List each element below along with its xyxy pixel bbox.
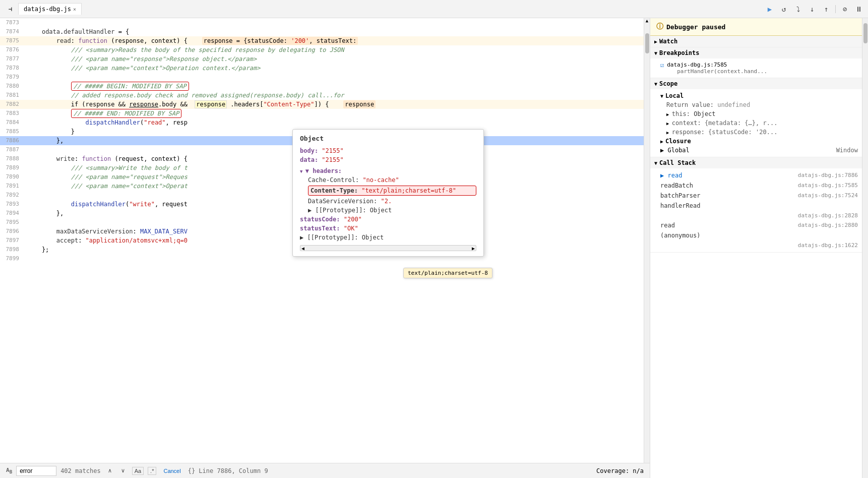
global-arrow: ▶	[660, 147, 664, 154]
watch-section-header[interactable]: ▶ Watch	[650, 36, 862, 47]
match-case-button[interactable]: Aa	[132, 467, 144, 475]
search-up-button[interactable]: ∧	[105, 467, 115, 474]
scrollbar-up-arrow[interactable]: ▲	[644, 18, 650, 23]
callstack-section-header[interactable]: ▼ Call Stack	[650, 157, 862, 168]
step-over-button[interactable]: ⤵	[793, 4, 803, 14]
pause-button[interactable]: ⏸	[854, 4, 864, 14]
status-left: {} Line 7886, Column 9	[188, 467, 268, 474]
popup-title: Object	[300, 135, 476, 142]
step-out-button[interactable]: ↑	[821, 4, 831, 14]
code-editor[interactable]: 7873 7874 odata.defaultHandler = { 7875 …	[0, 18, 650, 463]
search-type-icon: AB	[6, 467, 12, 474]
popup-statuscode-row: statusCode: "200"	[300, 215, 476, 224]
cs-name-handlerread: handlerRead	[660, 202, 700, 209]
closure-section-header[interactable]: ▶ Closure	[660, 137, 858, 146]
local-section-header[interactable]: ▼ Local	[660, 91, 858, 100]
sidebar-toggle[interactable]: ⊣	[4, 3, 16, 15]
callstack-section: ▼ Call Stack read datajs-dbg.js:7886 rea…	[650, 157, 862, 253]
code-panel: 7873 7874 odata.defaultHandler = { 7875 …	[0, 18, 650, 478]
list-item[interactable]: read datajs-dbg.js:2880	[660, 220, 858, 230]
code-scrollbar-thumb[interactable]	[645, 33, 649, 53]
scope-response[interactable]: response: {statusCode: '20...	[666, 128, 858, 137]
list-item[interactable]: batchParser datajs-dbg.js:7524	[660, 191, 858, 201]
cs-name-anonymous: (anonymous)	[660, 232, 700, 239]
tab-filename: datajs-dbg.js	[24, 6, 71, 13]
table-row: 7884 dispatchHandler("read", resp	[0, 118, 650, 127]
deactivate-button[interactable]: ⊘	[840, 4, 850, 14]
code-vertical-scrollbar[interactable]: ▲	[644, 18, 650, 463]
breakpoints-section: ▼ Breakpoints ☑ datajs-dbg.js:7585 partH…	[650, 47, 862, 78]
popup-scrollbar[interactable]: ◀ ▶	[300, 245, 476, 251]
popup-scroll-left[interactable]: ◀	[301, 246, 304, 251]
scope-return-value: Return value: undefined	[666, 100, 858, 109]
list-item[interactable]: readBatch datajs-dbg.js:7585	[660, 181, 858, 191]
breakpoints-content: ☑ datajs-dbg.js:7585 partHandler(context…	[650, 58, 862, 78]
scope-content: ▼ Local Return value: undefined this: Ob…	[650, 89, 862, 157]
table-row: 7883 // ##### END: MODIFIED BY SAP	[0, 109, 650, 118]
popup-dsv-row: DataServiceVersion: "2.	[308, 197, 476, 206]
scope-section-header[interactable]: ▼ Scope	[650, 78, 862, 89]
watch-arrow: ▶	[654, 39, 657, 44]
breakpoints-section-header[interactable]: ▼ Breakpoints	[650, 47, 862, 58]
cs-name-read: read	[660, 172, 682, 179]
popup-content-type-row: Content-Type: "text/plain;charset=utf-8"	[308, 186, 476, 196]
table-row: 7882 if (response && response.body && re…	[0, 100, 650, 109]
popup-body-row: body: "2155"	[300, 146, 476, 155]
closure-label: Closure	[665, 138, 691, 145]
cancel-search-button[interactable]: Cancel	[160, 467, 183, 474]
reload-button[interactable]: ↺	[779, 4, 789, 14]
list-item[interactable]: handlerRead	[660, 201, 858, 211]
tab-close[interactable]: ×	[73, 7, 76, 12]
list-item[interactable]: datajs-dbg.js:1622	[660, 241, 858, 250]
table-row: 7878 /// <param name="context">Operation…	[0, 64, 650, 73]
callstack-content: read datajs-dbg.js:7886 readBatch datajs…	[650, 168, 862, 252]
search-bar: AB 402 matches ∧ ∨ Aa .* Cancel {} Line …	[0, 463, 650, 478]
scope-context[interactable]: context: {metadata: {…}, r...	[666, 118, 858, 128]
file-tab[interactable]: datajs-dbg.js ×	[18, 3, 82, 15]
search-down-button[interactable]: ∨	[118, 467, 128, 474]
cs-loc-readbatch: datajs-dbg.js:7585	[798, 182, 858, 189]
bp-arrow: ▼	[654, 50, 657, 56]
list-item[interactable]: read datajs-dbg.js:7886	[660, 170, 858, 181]
table-row: 7875 read: function (response, context) …	[0, 36, 650, 45]
scope-this[interactable]: this: Object	[666, 109, 858, 118]
popup-proto2-row[interactable]: ▶ [[Prototype]]: Object	[300, 233, 476, 242]
right-panel: ⓘ Debugger paused ▶ Watch ▼ Breakpoints	[650, 18, 862, 478]
step-into-button[interactable]: ↓	[807, 4, 817, 14]
list-item: ☑ datajs-dbg.js:7585 partHandler(context…	[660, 61, 858, 76]
right-scrollbar-thumb[interactable]	[863, 23, 867, 43]
scope-section: ▼ Scope ▼ Local Return value: undefined	[650, 78, 862, 157]
list-item[interactable]: (anonymous)	[660, 230, 858, 241]
watch-section: ▶ Watch	[650, 36, 862, 47]
match-count: 402 matches	[60, 467, 100, 474]
table-row: 7877 /// <param name="response">Response…	[0, 54, 650, 64]
popup-headers-row[interactable]: ▼ headers:	[300, 166, 476, 175]
global-label: Global	[667, 147, 689, 154]
cs-name-batchparser: batchParser	[660, 192, 700, 199]
list-item[interactable]: datajs-dbg.js:2828	[660, 211, 858, 220]
scope-label: Scope	[659, 80, 677, 87]
bp-checkbox[interactable]: ☑	[660, 62, 664, 69]
cs-loc-read2: datajs-dbg.js:2880	[798, 222, 858, 229]
table-row: 7874 odata.defaultHandler = {	[0, 27, 650, 36]
regex-button[interactable]: .*	[148, 467, 156, 475]
debugger-status: Debugger paused	[666, 23, 725, 31]
popup-proto1-row[interactable]: ▶ [[Prototype]]: Object	[308, 206, 476, 215]
cs-loc-1622: datajs-dbg.js:1622	[798, 242, 858, 249]
table-row: 7873	[0, 18, 650, 27]
main-toolbar: ⊣ datajs-dbg.js × ▶ ↺ ⤵ ↓ ↑ ⊘ ⏸	[0, 0, 868, 18]
callstack-arrow: ▼	[654, 160, 657, 166]
search-input[interactable]	[16, 466, 56, 476]
table-row: 7881 // added response.body check and re…	[0, 91, 650, 100]
global-scope[interactable]: ▶ Global Window	[660, 146, 858, 155]
popup-scroll-right[interactable]: ▶	[472, 246, 475, 251]
cs-name-readbatch: readBatch	[660, 182, 693, 189]
popup-statustext-row: statusText: "OK"	[300, 224, 476, 233]
resume-button[interactable]: ▶	[765, 4, 775, 14]
watch-label: Watch	[659, 38, 677, 45]
object-popup[interactable]: Object body: "2155" data: "2155" ▼ heade…	[292, 129, 484, 257]
panel-sections[interactable]: ▶ Watch ▼ Breakpoints ☑ datajs-dbg.js:75…	[650, 36, 862, 478]
right-scrollbar[interactable]	[862, 18, 868, 478]
info-icon: ⓘ	[656, 22, 663, 31]
cs-loc-batchparser: datajs-dbg.js:7524	[798, 192, 858, 199]
